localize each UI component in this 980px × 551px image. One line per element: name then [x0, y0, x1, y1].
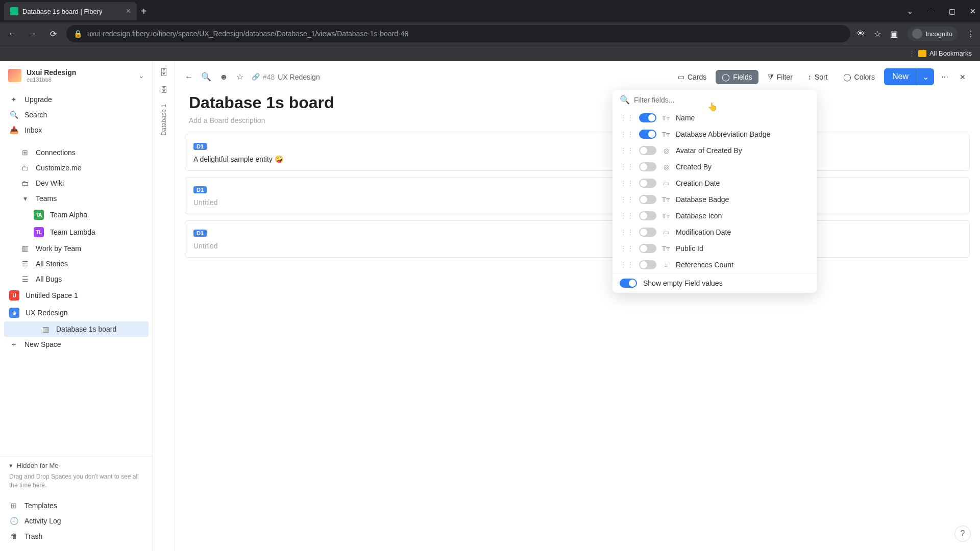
- tab-title: Database 1s board | Fibery: [22, 8, 103, 15]
- field-row[interactable]: ⋮⋮TᴛDatabase Badge: [612, 191, 817, 208]
- fields-button[interactable]: ◯ Fields: [716, 70, 758, 84]
- templates-button[interactable]: ⊞ Templates: [0, 498, 153, 513]
- all-bookmarks-button[interactable]: All Bookmarks: [929, 49, 972, 57]
- field-toggle[interactable]: [639, 113, 656, 122]
- page-title[interactable]: Database 1s board: [189, 93, 966, 112]
- sidebar-item-devwiki[interactable]: 🗀 Dev Wiki: [0, 176, 153, 191]
- card-title: Untitled: [193, 198, 961, 207]
- database-icon[interactable]: 🗄: [160, 68, 168, 78]
- board-card[interactable]: D1Untitled: [185, 220, 970, 258]
- drag-handle-icon[interactable]: ⋮⋮: [620, 244, 634, 253]
- emoji-icon[interactable]: ☻: [219, 72, 228, 82]
- filter-button[interactable]: ⧩ Filter: [762, 69, 799, 84]
- close-panel-icon[interactable]: ✕: [955, 70, 970, 84]
- panel-icon[interactable]: ▣: [890, 29, 898, 39]
- field-row[interactable]: ⋮⋮◎Avatar of Created By: [612, 142, 817, 159]
- kebab-menu-icon[interactable]: ⋮: [967, 29, 975, 39]
- field-toggle[interactable]: [639, 130, 656, 139]
- drag-handle-icon[interactable]: ⋮⋮: [620, 163, 634, 171]
- colors-button[interactable]: ◯ Colors: [837, 70, 881, 84]
- drag-handle-icon[interactable]: ⋮⋮: [620, 130, 634, 138]
- field-label: Creation Date: [676, 179, 720, 187]
- field-toggle[interactable]: [639, 228, 656, 237]
- sidebar-item-all-bugs[interactable]: ☰ All Bugs: [0, 271, 153, 287]
- activity-log-button[interactable]: 🕘 Activity Log: [0, 513, 153, 529]
- field-row[interactable]: ⋮⋮TᴛName: [612, 110, 817, 126]
- more-menu-icon[interactable]: ⋯: [937, 70, 952, 84]
- back-button[interactable]: ←: [5, 27, 19, 41]
- field-row[interactable]: ⋮⋮TᴛPublic Id: [612, 240, 817, 257]
- reload-button[interactable]: ⟳: [46, 27, 60, 41]
- board-card[interactable]: D1A delightful sample entity 🤪: [185, 134, 970, 171]
- upgrade-button[interactable]: ✦ Upgrade: [0, 92, 153, 107]
- sidebar-item-untitled-space[interactable]: U Untitled Space 1: [0, 287, 153, 304]
- drag-handle-icon[interactable]: ⋮⋮: [620, 146, 634, 155]
- field-row[interactable]: ⋮⋮▭Modification Date: [612, 224, 817, 240]
- new-space-button[interactable]: + New Space: [0, 337, 153, 352]
- fields-filter-input[interactable]: [634, 96, 810, 104]
- history-chevron-icon[interactable]: ⌄: [907, 7, 913, 15]
- incognito-badge[interactable]: Incognito: [907, 27, 958, 41]
- workspace-switcher[interactable]: Uxui Redesign ea131bb8 ⌄: [0, 61, 153, 90]
- entity-id[interactable]: #48: [263, 73, 275, 81]
- minimize-icon[interactable]: ―: [927, 7, 935, 15]
- address-bar[interactable]: 🔒 uxui-redesign.fibery.io/fibery/space/U…: [66, 25, 850, 42]
- drag-handle-icon[interactable]: ⋮⋮: [620, 212, 634, 220]
- search-icon[interactable]: 🔍: [201, 72, 211, 82]
- drag-handle-icon[interactable]: ⋮⋮: [620, 179, 634, 187]
- field-row[interactable]: ⋮⋮◎Created By: [612, 159, 817, 175]
- field-row[interactable]: ⋮⋮TᴛDatabase Abbreviation Badge: [612, 126, 817, 142]
- bookmark-star-icon[interactable]: ☆: [874, 29, 881, 39]
- view-back-button[interactable]: ←: [185, 72, 193, 82]
- sidebar-item-work-by-team[interactable]: ▥ Work by Team: [0, 241, 153, 256]
- field-toggle[interactable]: [639, 179, 656, 188]
- field-row[interactable]: ⋮⋮TᴛDatabase Icon: [612, 208, 817, 224]
- sidebar-item-team-lambda[interactable]: TL Team Lambda: [0, 223, 153, 241]
- inbox-button[interactable]: 📥 Inbox: [0, 122, 153, 138]
- maximize-icon[interactable]: ▢: [949, 7, 955, 15]
- cards-button[interactable]: ▭ Cards: [672, 70, 713, 84]
- sidebar-item-connections[interactable]: ⊞ Connections: [0, 145, 153, 160]
- sidebar-item-team-alpha[interactable]: TA Team Alpha: [0, 206, 153, 223]
- new-tab-button[interactable]: +: [141, 6, 147, 17]
- sidebar-item-teams[interactable]: ▾ Teams: [0, 191, 153, 206]
- database-tab[interactable]: 🗄: [160, 86, 167, 94]
- browser-tab[interactable]: Database 1s board | Fibery ×: [4, 2, 137, 20]
- sort-button[interactable]: ↕ Sort: [802, 70, 834, 84]
- drag-handle-icon[interactable]: ⋮⋮: [620, 261, 634, 269]
- drag-handle-icon[interactable]: ⋮⋮: [620, 114, 634, 122]
- favorite-star-icon[interactable]: ☆: [236, 72, 243, 82]
- sidebar-item-all-stories[interactable]: ☰ All Stories: [0, 256, 153, 271]
- fields-popover: 🔍 ⋮⋮TᴛName⋮⋮TᴛDatabase Abbreviation Badg…: [612, 90, 817, 293]
- tab-close-icon[interactable]: ×: [126, 7, 131, 16]
- new-button[interactable]: New: [884, 68, 917, 85]
- field-toggle[interactable]: [639, 146, 656, 155]
- window-close-icon[interactable]: ✕: [970, 7, 976, 15]
- trash-button[interactable]: 🗑 Trash: [0, 529, 153, 544]
- sparkle-icon: ✦: [9, 95, 18, 104]
- show-empty-toggle[interactable]: [620, 279, 637, 288]
- sidebar-item-db1-board[interactable]: ▥ Database 1s board: [4, 321, 149, 337]
- drag-handle-icon[interactable]: ⋮⋮: [620, 195, 634, 204]
- search-button[interactable]: 🔍 Search: [0, 107, 153, 122]
- field-toggle[interactable]: [639, 211, 656, 220]
- board-card[interactable]: D1Untitled: [185, 177, 970, 214]
- chevron-down-icon[interactable]: ⌄: [138, 71, 144, 80]
- eye-off-icon[interactable]: 👁: [856, 29, 865, 38]
- field-toggle[interactable]: [639, 162, 656, 171]
- sidebar-item-customize[interactable]: 🗀 Customize.me: [0, 160, 153, 176]
- field-toggle[interactable]: [639, 195, 656, 204]
- field-toggle[interactable]: [639, 260, 656, 269]
- help-button[interactable]: ?: [954, 525, 971, 542]
- field-row[interactable]: ⋮⋮▭Creation Date: [612, 175, 817, 191]
- sidebar-item-ux-redesign[interactable]: ⊕ UX Redesign: [0, 304, 153, 321]
- description-input[interactable]: Add a Board description: [189, 116, 966, 124]
- field-toggle[interactable]: [639, 244, 656, 253]
- field-row[interactable]: ⋮⋮≡References Count: [612, 257, 817, 273]
- field-label: Database Badge: [676, 195, 729, 204]
- forward-button[interactable]: →: [26, 27, 40, 41]
- hidden-for-me-toggle[interactable]: ▾ Hidden for Me: [9, 462, 143, 469]
- drag-handle-icon[interactable]: ⋮⋮: [620, 228, 634, 236]
- new-dropdown-button[interactable]: ⌄: [917, 68, 934, 85]
- breadcrumb-space[interactable]: UX Redesign: [278, 73, 320, 81]
